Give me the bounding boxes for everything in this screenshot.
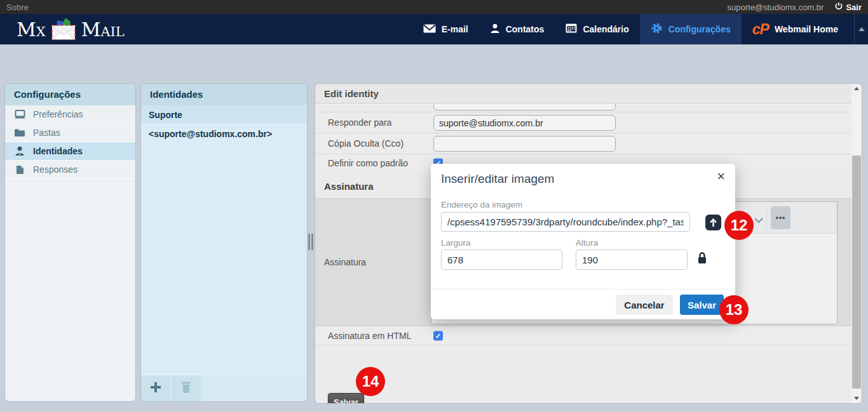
settings-sidebar: Configurações Preferências Pastas Identi…: [5, 84, 135, 401]
person-icon: [490, 23, 500, 36]
chevron-down-icon[interactable]: [754, 215, 763, 226]
dialog-title: Inserir/editar imagem: [441, 172, 554, 186]
form-row-clipped: [315, 103, 851, 112]
settings-sidebar-title: Configurações: [5, 84, 135, 105]
scrollbar-down-arrow[interactable]: [851, 394, 862, 403]
logo-mx-text: Mx: [17, 18, 46, 41]
envelope-logo-icon: [50, 14, 78, 45]
identity-save-button[interactable]: Salvar: [328, 393, 364, 403]
document-icon: [13, 165, 26, 175]
panel-splitter-handle[interactable]: [308, 234, 314, 250]
clipped-input[interactable]: [433, 103, 616, 110]
reply-to-input[interactable]: [433, 115, 616, 131]
image-url-input[interactable]: [441, 212, 690, 232]
trash-icon: [180, 381, 192, 396]
plus-icon: [149, 381, 162, 396]
top-bar: Sobre suporte@studiomx.com.br Sair: [0, 0, 868, 14]
annotation-badge-13: 13: [719, 295, 749, 324]
about-link[interactable]: Sobre: [6, 3, 29, 12]
person-icon: [13, 146, 26, 156]
bcc-input[interactable]: [433, 136, 616, 152]
folder-icon: [13, 128, 26, 137]
envelope-icon: [423, 24, 436, 35]
dialog-footer: Cancelar Salvar: [431, 289, 735, 319]
nav-item-calendario[interactable]: Calendário: [555, 14, 639, 44]
toolbar-separator: [766, 207, 767, 229]
lock-icon[interactable]: [697, 251, 707, 267]
form-row-html-signature: Assinatura em HTML ✓: [315, 326, 851, 345]
bcc-label: Cópia Oculta (Cco): [328, 138, 403, 149]
reply-to-label: Responder para: [328, 117, 391, 128]
sidebar-item-identidades[interactable]: Identidades: [5, 142, 135, 161]
check-icon: ✓: [435, 331, 441, 340]
screen-icon: [13, 110, 26, 119]
html-signature-checkbox[interactable]: ✓: [433, 331, 443, 340]
identities-footer: [141, 375, 307, 401]
gear-icon: [651, 22, 663, 36]
cancel-button[interactable]: Cancelar: [616, 295, 673, 315]
height-input[interactable]: [576, 249, 688, 270]
logo-mail-text: Mail: [81, 18, 125, 41]
insert-image-dialog: Inserir/editar imagem × Endereço da imag…: [431, 164, 735, 319]
sidebar-item-pastas[interactable]: Pastas: [5, 124, 135, 142]
cpanel-logo: cP: [752, 21, 769, 38]
browse-image-icon[interactable]: [705, 214, 722, 234]
default-identity-label: Definir como padrão: [328, 158, 408, 168]
sidebar-item-preferencias[interactable]: Preferências: [5, 105, 135, 124]
nav-item-webmail-home[interactable]: cP Webmail Home: [742, 14, 849, 44]
power-icon: [835, 2, 843, 12]
form-row-bcc: Cópia Oculta (Cco): [315, 133, 851, 154]
app-logo[interactable]: Mx Mail: [17, 14, 125, 44]
html-signature-label: Assinatura em HTML: [328, 331, 411, 341]
scrollbar-up-arrow[interactable]: [851, 84, 862, 93]
annotation-badge-12: 12: [724, 211, 754, 240]
close-icon[interactable]: ×: [717, 169, 725, 183]
triangle-up-icon: [858, 27, 865, 31]
nav-item-email[interactable]: E-mail: [412, 14, 479, 44]
add-identity-button[interactable]: [141, 375, 170, 401]
toolbar-more-button[interactable]: •••: [771, 206, 790, 229]
nav-item-configuracoes[interactable]: Configurações: [640, 14, 742, 44]
calendar-icon: [566, 23, 577, 35]
width-label: Largura: [441, 238, 471, 248]
panel-scrollbar[interactable]: [851, 84, 862, 403]
sidebar-item-responses[interactable]: Responses: [5, 161, 135, 179]
main-nav: Mx Mail E-mail Contatos: [0, 14, 868, 44]
identities-list-title: Identidades: [141, 84, 307, 105]
identity-list-item[interactable]: Suporte <suporte@studiomx.com.br>: [141, 105, 307, 124]
height-label: Altura: [576, 238, 598, 248]
width-input[interactable]: [441, 249, 562, 270]
nav-item-contatos[interactable]: Contatos: [479, 14, 555, 44]
logout-button[interactable]: Sair: [835, 2, 862, 12]
edit-identity-title: Edit identity: [315, 84, 862, 103]
account-email: suporte@studiomx.com.br: [728, 3, 824, 12]
nav-scroll-up-arrow[interactable]: [854, 14, 868, 44]
dialog-save-button[interactable]: Salvar: [680, 295, 724, 315]
image-url-label: Endereço da imagem: [441, 200, 522, 209]
signature-label: Assinatura: [324, 257, 366, 267]
identities-list-panel: Identidades Suporte <suporte@studiomx.co…: [141, 84, 307, 401]
scrollbar-thumb[interactable]: [852, 156, 861, 389]
form-row-reply-to: Responder para: [315, 112, 851, 133]
annotation-badge-14: 14: [356, 367, 385, 396]
delete-identity-button[interactable]: [172, 375, 201, 401]
